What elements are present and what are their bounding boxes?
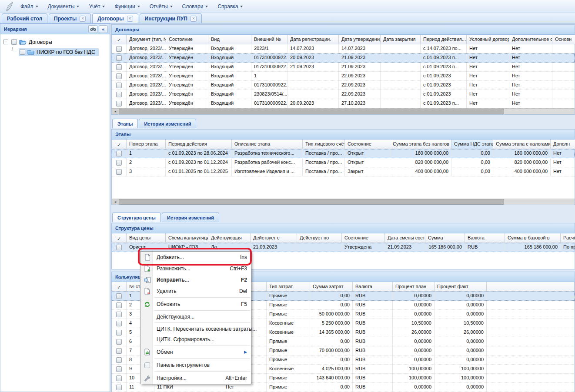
table-row[interactable]: Договор, 2023/...УтверждёнВходящий122.09… (112, 72, 575, 81)
column-header[interactable]: Дополн (551, 140, 575, 149)
horizontal-scrollbar[interactable]: ◄ (112, 199, 575, 205)
row-checkbox[interactable] (116, 302, 122, 308)
select-all-column-header[interactable]: ✓ (112, 233, 127, 243)
table-row[interactable]: 3с 01.01.2025 по 01.12.2025Изготовление … (112, 167, 575, 176)
row-checkbox[interactable] (116, 330, 122, 336)
column-header[interactable]: Дополнительное с (509, 35, 552, 44)
menubar-item[interactable]: Функции (110, 2, 144, 11)
horizontal-scrollbar[interactable]: ◄ (112, 108, 575, 114)
column-header[interactable]: Номер этапа (127, 140, 166, 149)
menubar-item[interactable]: Учёт (84, 2, 110, 11)
column-header[interactable]: Действует по (297, 233, 342, 243)
scrollbar-thumb[interactable] (119, 199, 504, 205)
document-tab[interactable]: Проекты× (49, 13, 91, 23)
tree-node[interactable]: НИОКР по ГОЗ без НДС (0, 47, 110, 57)
column-header[interactable]: Валюта (465, 233, 505, 243)
column-header[interactable]: Период действия (166, 140, 232, 149)
column-header[interactable]: Дата регистрации. (288, 35, 339, 44)
column-header[interactable]: Состояние (166, 35, 208, 44)
table-row[interactable]: 1111 ПКИНетПрямые0,00RUB0,000000,00000 (112, 383, 575, 392)
scroll-left-icon[interactable]: ◄ (112, 109, 119, 114)
tab-close-icon[interactable]: × (80, 16, 86, 22)
table-row[interactable]: 1с 01.09.2023 по 28.06.2024Разработка те… (112, 149, 575, 158)
context-menu-item[interactable]: ОбновитьF5 (140, 299, 251, 310)
column-header[interactable]: Состояние (342, 233, 385, 243)
column-header[interactable]: Основн (552, 35, 575, 44)
tree-expander-icon[interactable]: − (3, 40, 8, 44)
section-tab[interactable]: История изменений (139, 119, 196, 128)
context-menu-item[interactable]: УдалитьDel (140, 286, 251, 297)
select-all-column-header[interactable]: ✓ (112, 35, 127, 44)
column-header[interactable]: Сумма этапа без налогов (390, 140, 451, 149)
row-checkbox[interactable] (116, 83, 122, 88)
table-row[interactable]: Договор, 2023/...УтверждёнВходящий017310… (112, 63, 575, 72)
row-checkbox[interactable] (116, 312, 122, 317)
context-menu-item[interactable]: ЦИТК. Пересчитать косвенные затраты... (140, 324, 251, 334)
context-menu-item[interactable]: Действующая... (140, 312, 251, 322)
column-header[interactable]: Вид (208, 35, 251, 44)
tree-node[interactable]: −Договоры (0, 37, 110, 47)
section-tab[interactable]: Этапы (112, 119, 138, 128)
column-header[interactable]: Дата смены состоя (385, 233, 425, 243)
column-header[interactable]: Сумма в базовой в (505, 233, 561, 243)
context-menu-item[interactable]: Настройки...Alt+Enter (140, 372, 251, 384)
row-checkbox[interactable] (116, 339, 122, 345)
context-menu-item[interactable]: Обмен▶ (140, 346, 251, 358)
row-checkbox[interactable] (116, 169, 122, 175)
table-row[interactable]: Договор, 2023/...УтверждёнВходящий2023/1… (112, 44, 575, 53)
menubar-item[interactable]: Словари (177, 2, 213, 11)
table-row[interactable]: Договор, 2023/...УтверждёнВходящий017310… (112, 99, 575, 108)
tab-close-icon[interactable]: × (191, 16, 197, 22)
context-menu-item[interactable]: Панель инструментов (140, 359, 251, 371)
row-checkbox[interactable] (116, 92, 122, 97)
row-checkbox[interactable] (116, 64, 122, 70)
table-row[interactable]: Договор, 2023/...УтверждёнВходящий230823… (112, 90, 575, 99)
table-row[interactable]: Ориент...НИОКР - ГОЗДа21.09.2023Утвержде… (112, 243, 575, 252)
column-header[interactable]: Процент план (393, 282, 435, 292)
menubar-item[interactable]: Документы (43, 2, 84, 11)
row-checkbox[interactable] (116, 55, 122, 61)
row-checkbox[interactable] (116, 366, 122, 372)
row-checkbox[interactable] (116, 375, 122, 381)
row-checkbox[interactable] (116, 101, 122, 106)
column-header[interactable]: Дата утверждения (339, 35, 381, 44)
column-header[interactable]: Состояние (345, 140, 390, 149)
document-tab[interactable]: Инструкции ПУП× (140, 13, 202, 23)
menubar-item[interactable]: Файл (16, 2, 43, 11)
scrollbar-thumb[interactable] (119, 109, 504, 114)
row-checkbox[interactable] (116, 73, 122, 79)
column-header[interactable]: Условный договор (467, 35, 509, 44)
row-checkbox[interactable] (116, 293, 122, 299)
table-row[interactable]: Договор, 2023/...УтверждёнВходящий017310… (112, 81, 575, 90)
tree-checkbox[interactable] (20, 49, 25, 55)
row-checkbox[interactable] (116, 160, 122, 166)
row-checkbox[interactable] (116, 348, 122, 354)
table-row[interactable]: Договор, 2023/...УтверждёнВходящий017310… (112, 53, 575, 63)
menubar-item[interactable]: Справка (213, 2, 247, 11)
context-menu-item[interactable]: Размножить...Ctrl+F3 (140, 263, 251, 274)
column-header[interactable]: Документ (тип, № (127, 35, 166, 44)
section-tab[interactable]: Структура цены (112, 213, 161, 222)
context-menu-item[interactable]: Добавить...Ins (140, 252, 251, 263)
context-menu-item[interactable]: ЦИТК. Сформировать... (140, 334, 251, 345)
column-header[interactable]: Расчёт (561, 233, 575, 243)
context-menu-item[interactable]: Исправить...F2 (140, 274, 251, 286)
section-tab[interactable]: История изменений (162, 213, 219, 222)
row-checkbox[interactable] (116, 245, 122, 250)
column-header[interactable]: Сумма этапа с налогами (493, 140, 551, 149)
document-tab[interactable]: Договоры× (92, 13, 138, 23)
column-header[interactable]: Действующая (208, 233, 251, 243)
collapse-panel-button[interactable]: « (99, 25, 108, 33)
row-checkbox[interactable] (116, 321, 122, 326)
row-checkbox[interactable] (116, 385, 122, 390)
scroll-left-icon[interactable]: ◄ (112, 199, 119, 205)
column-header[interactable]: Процент факт (435, 282, 487, 292)
column-header[interactable]: Сумма затрат (310, 282, 353, 292)
column-header[interactable]: Схема калькуляци (166, 233, 208, 243)
column-header[interactable]: Действует с (251, 233, 297, 243)
search-binoculars-button[interactable] (88, 25, 97, 33)
column-header[interactable]: Сумма НДС этапа (451, 140, 493, 149)
tab-close-icon[interactable]: × (127, 16, 133, 22)
column-header[interactable]: Описание этапа (232, 140, 303, 149)
table-row[interactable]: 2с 01.09.2023 по 01.12.2024Разработка ра… (112, 158, 575, 167)
